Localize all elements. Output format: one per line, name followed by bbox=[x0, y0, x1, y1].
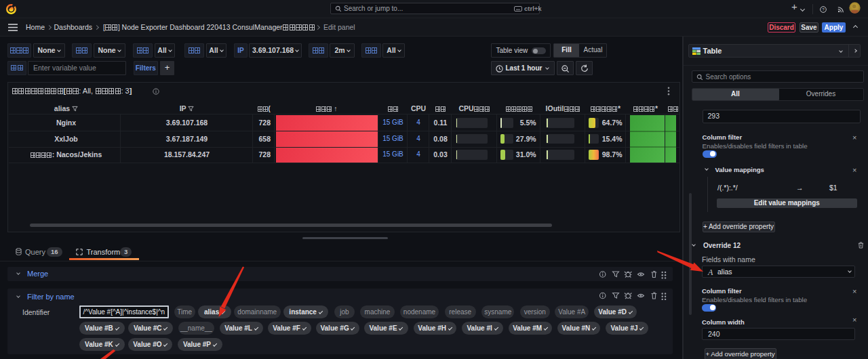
svg-text:?: ? bbox=[822, 7, 825, 12]
